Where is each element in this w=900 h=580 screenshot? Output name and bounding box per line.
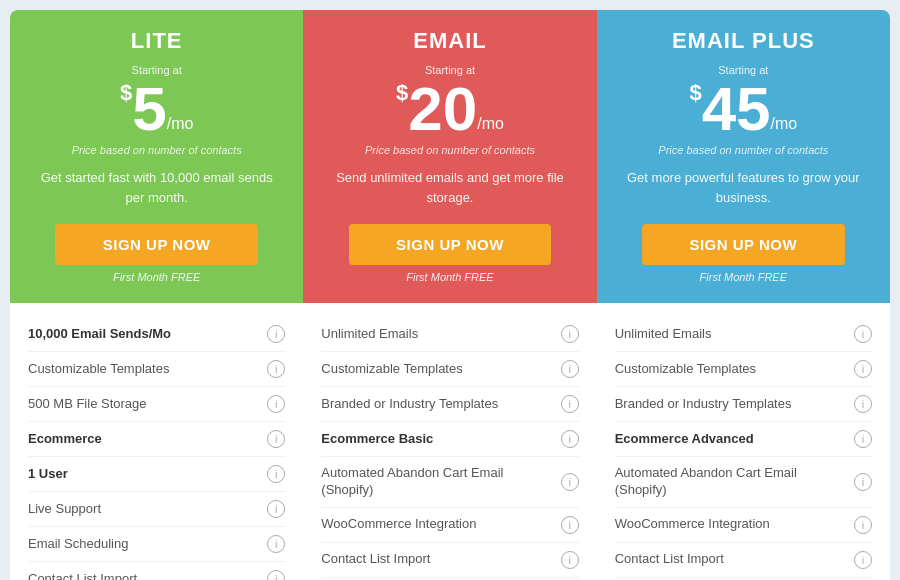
plan-email-plus: EMAIL PLUS Starting at $ 45 /mo Price ba…	[597, 10, 890, 580]
plan-description: Get started fast with 10,000 email sends…	[30, 168, 283, 208]
feature-name: 1 User	[28, 466, 259, 483]
feature-name: Automated Abandon Cart Email (Shopify)	[321, 465, 552, 499]
feature-item: Automated Abandon Cart Email (Shopify)i	[615, 457, 872, 508]
feature-item: 500 MB File Storagei	[28, 387, 285, 422]
feature-name: Email Scheduling	[28, 536, 259, 553]
price-dollar: $	[120, 82, 132, 104]
feature-name: Customizable Templates	[321, 361, 552, 378]
signup-button[interactable]: SIGN UP NOW	[55, 224, 258, 265]
feature-name: Automated Abandon Cart Email (Shopify)	[615, 465, 846, 499]
starting-at-label: Starting at	[30, 64, 283, 76]
plan-description: Get more powerful features to grow your …	[617, 168, 870, 208]
feature-name: Ecommerce Advanced	[615, 431, 846, 448]
feature-name: Unlimited Emails	[321, 326, 552, 343]
plan-header-email-plus: EMAIL PLUS Starting at $ 45 /mo Price ba…	[597, 10, 890, 303]
feature-item: 1 Useri	[28, 457, 285, 492]
feature-item: Contact List Importi	[615, 543, 872, 578]
feature-item: Email Schedulingi	[28, 527, 285, 562]
info-icon[interactable]: i	[561, 473, 579, 491]
info-icon[interactable]: i	[267, 465, 285, 483]
info-icon[interactable]: i	[561, 325, 579, 343]
feature-item: Ecommerce Basici	[321, 422, 578, 457]
info-icon[interactable]: i	[267, 570, 285, 580]
info-icon[interactable]: i	[561, 551, 579, 569]
price-row: $ 5 /mo	[30, 78, 283, 140]
feature-item: Contact List Importi	[321, 543, 578, 578]
pricing-table: LITE Starting at $ 5 /mo Price based on …	[10, 10, 890, 580]
feature-item: WooCommerce Integrationi	[321, 508, 578, 543]
feature-name: Ecommerce Basic	[321, 431, 552, 448]
price-note: Price based on number of contacts	[323, 144, 576, 156]
signup-button[interactable]: SIGN UP NOW	[642, 224, 845, 265]
first-month-label: First Month FREE	[323, 271, 576, 283]
feature-name: 500 MB File Storage	[28, 396, 259, 413]
starting-at-label: Starting at	[617, 64, 870, 76]
feature-item: Contact List Importi	[28, 562, 285, 580]
first-month-label: First Month FREE	[617, 271, 870, 283]
info-icon[interactable]: i	[854, 551, 872, 569]
plan-name: EMAIL	[323, 28, 576, 54]
info-icon[interactable]: i	[854, 325, 872, 343]
plan-name: EMAIL PLUS	[617, 28, 870, 54]
info-icon[interactable]: i	[854, 516, 872, 534]
price-amount: 5	[132, 78, 166, 140]
price-mo: /mo	[167, 116, 194, 132]
feature-name: Customizable Templates	[615, 361, 846, 378]
info-icon[interactable]: i	[561, 516, 579, 534]
feature-item: Ecommercei	[28, 422, 285, 457]
feature-item: Customizable Templatesi	[321, 352, 578, 387]
info-icon[interactable]: i	[267, 395, 285, 413]
features-list-email: Unlimited EmailsiCustomizable Templatesi…	[303, 303, 596, 580]
feature-name: Branded or Industry Templates	[321, 396, 552, 413]
plan-header-email: EMAIL Starting at $ 20 /mo Price based o…	[303, 10, 596, 303]
feature-name: Live Support	[28, 501, 259, 518]
starting-at-label: Starting at	[323, 64, 576, 76]
info-icon[interactable]: i	[267, 500, 285, 518]
info-icon[interactable]: i	[561, 360, 579, 378]
first-month-label: First Month FREE	[30, 271, 283, 283]
feature-item: WooCommerce Integrationi	[615, 508, 872, 543]
plan-lite: LITE Starting at $ 5 /mo Price based on …	[10, 10, 303, 580]
info-icon[interactable]: i	[854, 473, 872, 491]
feature-name: WooCommerce Integration	[321, 516, 552, 533]
price-amount: 45	[702, 78, 771, 140]
feature-item: Branded or Industry Templatesi	[321, 387, 578, 422]
price-note: Price based on number of contacts	[617, 144, 870, 156]
plan-name: LITE	[30, 28, 283, 54]
feature-name: Contact List Import	[615, 551, 846, 568]
feature-name: Contact List Import	[321, 551, 552, 568]
price-row: $ 20 /mo	[323, 78, 576, 140]
info-icon[interactable]: i	[854, 430, 872, 448]
price-amount: 20	[408, 78, 477, 140]
feature-item: Unlimited Emailsi	[321, 317, 578, 352]
price-dollar: $	[689, 82, 701, 104]
feature-item: Customizable Templatesi	[615, 352, 872, 387]
feature-item: Unlimited Emailsi	[615, 317, 872, 352]
info-icon[interactable]: i	[854, 360, 872, 378]
feature-item: Live Supporti	[28, 492, 285, 527]
plan-email: EMAIL Starting at $ 20 /mo Price based o…	[303, 10, 596, 580]
info-icon[interactable]: i	[561, 430, 579, 448]
feature-name: Customizable Templates	[28, 361, 259, 378]
info-icon[interactable]: i	[854, 395, 872, 413]
feature-item: Automated Abandon Cart Email (Shopify)i	[321, 457, 578, 508]
price-mo: /mo	[477, 116, 504, 132]
feature-item: Ecommerce Advancedi	[615, 422, 872, 457]
info-icon[interactable]: i	[267, 535, 285, 553]
plan-header-lite: LITE Starting at $ 5 /mo Price based on …	[10, 10, 303, 303]
features-list-lite: 10,000 Email Sends/MoiCustomizable Templ…	[10, 303, 303, 580]
info-icon[interactable]: i	[267, 430, 285, 448]
feature-name: Ecommerce	[28, 431, 259, 448]
feature-item: 10,000 Email Sends/Moi	[28, 317, 285, 352]
feature-name: Contact List Import	[28, 571, 259, 580]
feature-name: 10,000 Email Sends/Mo	[28, 326, 259, 343]
price-dollar: $	[396, 82, 408, 104]
feature-name: Branded or Industry Templates	[615, 396, 846, 413]
info-icon[interactable]: i	[267, 325, 285, 343]
info-icon[interactable]: i	[561, 395, 579, 413]
plan-description: Send unlimited emails and get more file …	[323, 168, 576, 208]
signup-button[interactable]: SIGN UP NOW	[349, 224, 552, 265]
info-icon[interactable]: i	[267, 360, 285, 378]
price-row: $ 45 /mo	[617, 78, 870, 140]
feature-item: Customizable Templatesi	[28, 352, 285, 387]
